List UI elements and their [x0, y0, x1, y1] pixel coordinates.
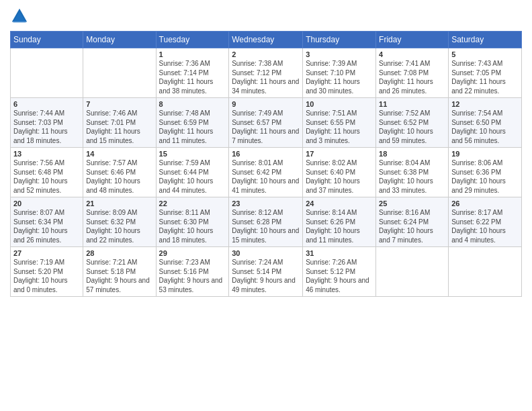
calendar-cell [83, 48, 156, 98]
calendar-cell: 20Sunrise: 8:07 AM Sunset: 6:34 PM Dayli… [11, 197, 83, 247]
calendar-cell: 29Sunrise: 7:23 AM Sunset: 5:16 PM Dayli… [156, 247, 229, 297]
day-number: 9 [232, 100, 300, 108]
weekday-header-saturday: Saturday [449, 32, 522, 48]
weekday-header-thursday: Thursday [303, 32, 376, 48]
logo [10, 7, 30, 26]
weekday-header-friday: Friday [376, 32, 449, 48]
day-info: Sunrise: 7:46 AM Sunset: 7:01 PM Dayligh… [86, 109, 152, 145]
day-info: Sunrise: 8:04 AM Sunset: 6:38 PM Dayligh… [379, 158, 445, 195]
day-number: 20 [13, 199, 80, 208]
day-number: 24 [306, 199, 373, 208]
day-number: 15 [159, 150, 226, 158]
day-number: 27 [13, 249, 80, 257]
day-info: Sunrise: 8:09 AM Sunset: 6:32 PM Dayligh… [86, 208, 152, 244]
day-number: 14 [86, 150, 152, 158]
day-number: 3 [306, 50, 373, 58]
day-info: Sunrise: 7:21 AM Sunset: 5:18 PM Dayligh… [86, 258, 152, 294]
calendar-table: SundayMondayTuesdayWednesdayThursdayFrid… [10, 31, 522, 297]
day-info: Sunrise: 8:02 AM Sunset: 6:40 PM Dayligh… [306, 158, 373, 195]
day-info: Sunrise: 7:44 AM Sunset: 7:03 PM Dayligh… [13, 109, 80, 145]
day-number: 18 [379, 150, 445, 158]
day-info: Sunrise: 8:12 AM Sunset: 6:28 PM Dayligh… [232, 208, 300, 244]
day-number: 12 [451, 100, 519, 108]
day-number: 22 [159, 199, 226, 208]
day-info: Sunrise: 8:06 AM Sunset: 6:36 PM Dayligh… [451, 158, 519, 195]
calendar-cell: 9Sunrise: 7:49 AM Sunset: 6:57 PM Daylig… [229, 98, 303, 148]
day-info: Sunrise: 7:43 AM Sunset: 7:05 PM Dayligh… [451, 59, 519, 95]
calendar-cell: 12Sunrise: 7:54 AM Sunset: 6:50 PM Dayli… [449, 98, 522, 148]
week-row-4: 20Sunrise: 8:07 AM Sunset: 6:34 PM Dayli… [11, 197, 522, 247]
calendar-cell: 21Sunrise: 8:09 AM Sunset: 6:32 PM Dayli… [83, 197, 156, 247]
day-info: Sunrise: 8:16 AM Sunset: 6:24 PM Dayligh… [379, 208, 445, 244]
calendar-cell: 2Sunrise: 7:38 AM Sunset: 7:12 PM Daylig… [229, 48, 303, 98]
day-info: Sunrise: 8:01 AM Sunset: 6:42 PM Dayligh… [232, 158, 300, 195]
calendar-cell: 5Sunrise: 7:43 AM Sunset: 7:05 PM Daylig… [449, 48, 522, 98]
calendar-cell: 14Sunrise: 7:57 AM Sunset: 6:46 PM Dayli… [83, 148, 156, 197]
day-info: Sunrise: 7:23 AM Sunset: 5:16 PM Dayligh… [159, 258, 226, 294]
day-info: Sunrise: 7:52 AM Sunset: 6:52 PM Dayligh… [379, 109, 445, 145]
week-row-2: 6Sunrise: 7:44 AM Sunset: 7:03 PM Daylig… [11, 98, 522, 148]
week-row-1: 1Sunrise: 7:36 AM Sunset: 7:14 PM Daylig… [11, 48, 522, 98]
day-number: 25 [379, 199, 445, 208]
weekday-header-sunday: Sunday [11, 32, 83, 48]
calendar-cell: 24Sunrise: 8:14 AM Sunset: 6:26 PM Dayli… [303, 197, 376, 247]
week-row-5: 27Sunrise: 7:19 AM Sunset: 5:20 PM Dayli… [11, 247, 522, 297]
day-number: 19 [451, 150, 519, 158]
day-number: 26 [451, 199, 519, 208]
calendar-cell: 26Sunrise: 8:17 AM Sunset: 6:22 PM Dayli… [449, 197, 522, 247]
day-number: 17 [306, 150, 373, 158]
day-info: Sunrise: 8:17 AM Sunset: 6:22 PM Dayligh… [451, 208, 519, 244]
calendar-cell: 8Sunrise: 7:48 AM Sunset: 6:59 PM Daylig… [156, 98, 229, 148]
calendar-cell: 23Sunrise: 8:12 AM Sunset: 6:28 PM Dayli… [229, 197, 303, 247]
day-number: 11 [379, 100, 445, 108]
calendar-cell: 28Sunrise: 7:21 AM Sunset: 5:18 PM Dayli… [83, 247, 156, 297]
weekday-header-wednesday: Wednesday [229, 32, 303, 48]
week-row-3: 13Sunrise: 7:56 AM Sunset: 6:48 PM Dayli… [11, 148, 522, 197]
day-number: 10 [306, 100, 373, 108]
calendar-cell: 7Sunrise: 7:46 AM Sunset: 7:01 PM Daylig… [83, 98, 156, 148]
day-info: Sunrise: 7:38 AM Sunset: 7:12 PM Dayligh… [232, 59, 300, 95]
day-number: 21 [86, 199, 152, 208]
day-info: Sunrise: 7:19 AM Sunset: 5:20 PM Dayligh… [13, 258, 80, 294]
calendar-cell: 3Sunrise: 7:39 AM Sunset: 7:10 PM Daylig… [303, 48, 376, 98]
calendar-cell [11, 48, 83, 98]
day-info: Sunrise: 7:36 AM Sunset: 7:14 PM Dayligh… [159, 59, 226, 95]
day-number: 28 [86, 249, 152, 257]
day-info: Sunrise: 7:57 AM Sunset: 6:46 PM Dayligh… [86, 158, 152, 195]
calendar-cell [376, 247, 449, 297]
calendar-cell: 30Sunrise: 7:24 AM Sunset: 5:14 PM Dayli… [229, 247, 303, 297]
header [10, 7, 522, 26]
day-info: Sunrise: 7:26 AM Sunset: 5:12 PM Dayligh… [306, 258, 373, 294]
day-info: Sunrise: 8:11 AM Sunset: 6:30 PM Dayligh… [159, 208, 226, 244]
calendar-cell: 6Sunrise: 7:44 AM Sunset: 7:03 PM Daylig… [11, 98, 83, 148]
calendar-cell: 17Sunrise: 8:02 AM Sunset: 6:40 PM Dayli… [303, 148, 376, 197]
day-number: 5 [451, 50, 519, 58]
day-info: Sunrise: 7:49 AM Sunset: 6:57 PM Dayligh… [232, 109, 300, 145]
calendar-cell: 10Sunrise: 7:51 AM Sunset: 6:55 PM Dayli… [303, 98, 376, 148]
calendar-cell [449, 247, 522, 297]
day-info: Sunrise: 7:41 AM Sunset: 7:08 PM Dayligh… [379, 59, 445, 95]
day-number: 23 [232, 199, 300, 208]
day-number: 7 [86, 100, 152, 108]
day-number: 16 [232, 150, 300, 158]
day-info: Sunrise: 7:56 AM Sunset: 6:48 PM Dayligh… [13, 158, 80, 195]
day-number: 31 [306, 249, 373, 257]
calendar-header-row: SundayMondayTuesdayWednesdayThursdayFrid… [11, 32, 522, 48]
day-number: 8 [159, 100, 226, 108]
calendar-cell: 18Sunrise: 8:04 AM Sunset: 6:38 PM Dayli… [376, 148, 449, 197]
calendar-cell: 27Sunrise: 7:19 AM Sunset: 5:20 PM Dayli… [11, 247, 83, 297]
calendar-cell: 19Sunrise: 8:06 AM Sunset: 6:36 PM Dayli… [449, 148, 522, 197]
calendar-cell: 1Sunrise: 7:36 AM Sunset: 7:14 PM Daylig… [156, 48, 229, 98]
calendar-cell: 4Sunrise: 7:41 AM Sunset: 7:08 PM Daylig… [376, 48, 449, 98]
day-number: 6 [13, 100, 80, 108]
day-info: Sunrise: 7:24 AM Sunset: 5:14 PM Dayligh… [232, 258, 300, 294]
day-info: Sunrise: 8:07 AM Sunset: 6:34 PM Dayligh… [13, 208, 80, 244]
logo-icon [10, 7, 29, 26]
calendar-cell: 22Sunrise: 8:11 AM Sunset: 6:30 PM Dayli… [156, 197, 229, 247]
calendar-cell: 15Sunrise: 7:59 AM Sunset: 6:44 PM Dayli… [156, 148, 229, 197]
day-info: Sunrise: 7:59 AM Sunset: 6:44 PM Dayligh… [159, 158, 226, 195]
calendar-cell: 13Sunrise: 7:56 AM Sunset: 6:48 PM Dayli… [11, 148, 83, 197]
day-number: 29 [159, 249, 226, 257]
day-number: 13 [13, 150, 80, 158]
calendar-cell: 25Sunrise: 8:16 AM Sunset: 6:24 PM Dayli… [376, 197, 449, 247]
